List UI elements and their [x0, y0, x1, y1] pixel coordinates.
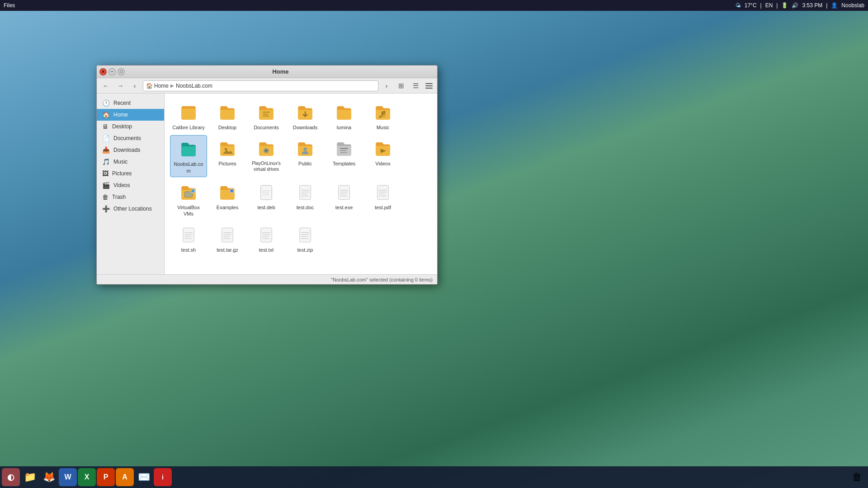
file-item-test-deb[interactable]: test.deb — [248, 179, 285, 220]
svg-rect-22 — [339, 185, 350, 200]
language-indicator: EN — [765, 2, 773, 9]
test-doc-icon — [294, 182, 316, 203]
view-toggle[interactable]: ⊞ — [395, 80, 407, 92]
music-icon: 🎵 — [102, 158, 110, 165]
impress-icon: P — [104, 473, 108, 481]
sidebar-label-home: Home — [113, 112, 128, 118]
videos-folder-icon — [372, 138, 394, 160]
sidebar-item-desktop[interactable]: 🖥 Desktop — [97, 121, 164, 132]
back-button[interactable]: ← — [99, 80, 112, 92]
svg-rect-47 — [300, 228, 311, 243]
file-item-virtualbox-vms[interactable]: VirtualBox VMs — [170, 179, 207, 220]
forward-button[interactable]: → — [114, 80, 127, 92]
svg-rect-7 — [340, 150, 346, 151]
svg-point-11 — [230, 189, 234, 193]
title-bar: ✕ − □ Home — [97, 66, 437, 78]
list-view[interactable]: ☰ — [409, 80, 422, 92]
file-item-downloads-folder[interactable]: Downloads — [287, 99, 324, 133]
sidebar-label-trash: Trash — [112, 194, 126, 200]
test-deb-icon — [255, 182, 277, 203]
svg-rect-6 — [340, 148, 348, 150]
documents-folder-icon — [255, 102, 277, 123]
file-item-test-txt[interactable]: test.txt — [248, 221, 285, 256]
breadcrumb-home[interactable]: 🏠 Home — [146, 83, 169, 89]
test-pdf-icon — [372, 182, 394, 203]
sidebar-item-trash[interactable]: 🗑 Trash — [97, 191, 164, 203]
test-sh-label: test.sh — [181, 247, 196, 253]
taskbar-icon-firefox[interactable]: 🦊 — [40, 468, 58, 486]
nav-left[interactable]: ‹ — [128, 80, 141, 92]
file-item-test-sh[interactable]: test.sh — [170, 221, 207, 256]
menu-button[interactable] — [424, 80, 434, 91]
test-txt-label: test.txt — [259, 247, 274, 253]
examples-folder-label: Examples — [217, 204, 238, 211]
sidebar-item-documents[interactable]: 📄 Documents — [97, 132, 164, 144]
videos-icon: 🎬 — [102, 182, 110, 189]
sidebar-label-pictures: Pictures — [112, 170, 132, 177]
minimize-button[interactable]: − — [108, 68, 116, 75]
calibre-library-icon — [178, 102, 199, 123]
taskbar-icon-hardinfo[interactable]: i — [154, 468, 172, 486]
breadcrumb: 🏠 Home ▶ NoobsLab.com — [143, 80, 378, 91]
sidebar-item-downloads[interactable]: 📥 Downloads — [97, 144, 164, 156]
file-item-documents[interactable]: Documents — [248, 99, 285, 133]
sidebar-item-recent[interactable]: 🕐 Recent — [97, 97, 164, 109]
sidebar-item-videos[interactable]: 🎬 Videos — [97, 179, 164, 191]
desktop-folder-icon — [217, 102, 238, 123]
status-bar: "NoobsLab.com" selected (containing 0 it… — [97, 274, 437, 284]
file-item-videos-folder[interactable]: Videos — [364, 135, 401, 177]
test-doc-label: test.doc — [297, 204, 314, 211]
software-icon: A — [122, 473, 127, 481]
file-item-music-folder[interactable]: Music — [364, 99, 401, 133]
file-item-public[interactable]: Public — [287, 135, 324, 177]
taskbar-icon-mail[interactable]: ✉️ — [135, 468, 153, 486]
breadcrumb-noobslab[interactable]: NoobsLab.com — [176, 83, 212, 89]
sidebar-label-music: Music — [113, 159, 127, 165]
svg-rect-9 — [184, 192, 193, 197]
file-item-test-tar-gz[interactable]: test.tar.gz — [209, 221, 246, 256]
file-item-examples[interactable]: Examples — [209, 179, 246, 220]
separator2: | — [776, 2, 778, 9]
clock: 3:53 PM — [802, 2, 822, 9]
calibre-library-label: Calibre Library — [172, 124, 205, 131]
taskbar-icon-calc[interactable]: X — [78, 468, 96, 486]
panel-right: 🌤 17°C | EN | 🔋 🔊 3:53 PM | 👤 Noobslab — [736, 2, 864, 9]
maximize-button[interactable]: □ — [118, 68, 125, 75]
playonlinux-folder-label: PlayOnLinux's virtual drives — [250, 160, 283, 172]
taskbar-icon-writer[interactable]: W — [59, 468, 77, 486]
test-deb-label: test.deb — [257, 204, 275, 211]
taskbar-icon-impress[interactable]: P — [97, 468, 115, 486]
sidebar-item-other-locations[interactable]: ➕ Other Locations — [97, 203, 164, 215]
sidebar-label-documents: Documents — [113, 135, 141, 141]
sidebar-item-music[interactable]: 🎵 Music — [97, 156, 164, 168]
file-item-test-doc[interactable]: test.doc — [287, 179, 324, 220]
taskbar-icon-trash[interactable]: 🗑 — [848, 468, 866, 486]
weather-icon: 🌤 — [736, 2, 741, 9]
file-item-lumina[interactable]: lumina — [326, 99, 363, 133]
file-item-test-exe[interactable]: test.exe — [326, 179, 363, 220]
test-tar-gz-label: test.tar.gz — [217, 247, 238, 253]
sidebar-item-home[interactable]: 🏠 Home — [97, 109, 164, 121]
file-item-calibre-library[interactable]: Calibre Library — [170, 99, 207, 133]
nav-right[interactable]: › — [380, 80, 393, 92]
test-exe-label: test.exe — [335, 204, 353, 211]
file-item-templates[interactable]: Templates — [326, 135, 363, 177]
file-item-desktop[interactable]: Desktop — [209, 99, 246, 133]
svg-rect-37 — [222, 228, 233, 243]
file-item-playonlinux[interactable]: PlayOnLinux's virtual drives — [248, 135, 285, 177]
taskbar-icon-system-settings[interactable]: ◐ — [2, 468, 20, 486]
close-button[interactable]: ✕ — [99, 68, 107, 75]
sidebar-label-other-locations: Other Locations — [113, 206, 152, 212]
file-item-pictures-folder[interactable]: Pictures — [209, 135, 246, 177]
noobslab-folder-icon — [178, 138, 199, 160]
taskbar-icon-files[interactable]: 📁 — [21, 468, 39, 486]
examples-folder-icon — [217, 182, 238, 203]
file-item-test-zip[interactable]: test.zip — [287, 221, 324, 256]
file-item-test-pdf[interactable]: test.pdf — [364, 179, 401, 220]
documents-folder-label: Documents — [254, 124, 279, 131]
sidebar-item-pictures[interactable]: 🖼 Pictures — [97, 168, 164, 179]
weather-temp: 17°C — [745, 2, 757, 9]
noobslab-folder-label: NoobsLab.com — [172, 161, 205, 174]
taskbar-icon-software[interactable]: A — [116, 468, 134, 486]
file-item-noobslab[interactable]: NoobsLab.com — [170, 135, 207, 177]
